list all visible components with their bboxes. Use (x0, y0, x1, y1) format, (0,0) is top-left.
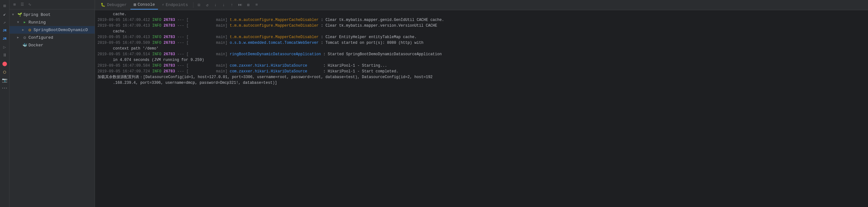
toolbar-icon-pause[interactable]: ⏸ (2, 52, 8, 58)
toolbar-btn-layout[interactable]: ⊡ (195, 1, 203, 9)
log-pid: 26783 (164, 23, 175, 29)
log-logger: t.m.m.autoconfigure.MapperCacheDisabler (230, 23, 319, 29)
spring-icon: 🌱 (17, 12, 22, 17)
log-pid: 26783 (164, 51, 175, 57)
main-content: 🐛 Debugger ▤ Console ⚡ Endpoints ⊡ ↺ ↓ ↓… (95, 0, 868, 207)
chinese-text-1: 加载其余数据源配置列表：[DatasourceConfig(id=1, host… (97, 74, 433, 80)
log-line-cache2: cache. (97, 29, 865, 34)
run-icon: ▶ (22, 20, 27, 25)
log-pid: 26783 (164, 40, 175, 46)
tree-label-configured: Configured (29, 35, 53, 40)
tree-item-app[interactable]: ▶ ⚙ SpringBootDemoDynamicD (9, 26, 95, 34)
log-level: INFO (152, 34, 164, 40)
toolbar-icon-more[interactable]: ••• (2, 85, 8, 92)
toolbar-btn-refresh[interactable]: ↺ (204, 1, 211, 9)
side-panel-toolbar: ⊞ ☰ ∿ (9, 0, 95, 9)
log-msg: : HikariPool-1 - Start completed. (321, 69, 399, 74)
log-separator: --- [ (175, 63, 189, 69)
log-level: INFO (152, 51, 164, 57)
toolbar-icon-run[interactable]: ▷ (2, 44, 8, 50)
log-line-5: 2019-09-05 16:47:09.514 INFO 26783 --- [… (97, 51, 865, 57)
log-level: INFO (152, 69, 164, 74)
side-toolbar-icon-menu[interactable]: ☰ (19, 2, 25, 8)
toolbar-icon-arrow-in[interactable]: ↙ (2, 11, 8, 17)
toolbar-btn-lines[interactable]: ≡ (253, 1, 260, 9)
tree-label-docker: Docker (29, 43, 43, 48)
log-line-context-path: context path '/demo' (97, 46, 865, 51)
log-separator: --- [ (175, 69, 189, 74)
log-line-seconds: in 4.074 seconds (JVM running for 9.259) (97, 57, 865, 63)
log-line-cache1: cache. (97, 11, 865, 17)
log-logger: t.m.m.autoconfigure.MapperCacheDisabler (230, 34, 319, 40)
log-pid: 26783 (164, 17, 175, 23)
toolbar-separator (193, 2, 193, 8)
log-line-7: 2019-09-05 16:47:09.724 INFO 26783 --- [… (97, 69, 865, 74)
toolbar-btn-skip[interactable]: ⏭ (237, 1, 244, 9)
toolbar-icon-circle[interactable]: ◯ (2, 69, 8, 75)
log-pid: 26783 (164, 63, 175, 69)
tab-console[interactable]: ▤ Console (130, 1, 158, 9)
side-toolbar-icon-grid[interactable]: ⊞ (11, 2, 18, 8)
log-msg: : Clear tk.mybatis.mapper.version.Versio… (319, 23, 437, 29)
toolbar-btn-scroll-down2[interactable]: ↓ (220, 1, 227, 9)
log-thread: main] (189, 34, 230, 40)
tree-item-spring-boot[interactable]: ▼ 🌱 Spring Boot (9, 11, 95, 19)
log-line-6: 2019-09-05 16:47:09.584 INFO 26783 --- [… (97, 63, 865, 69)
toolbar-btn-grid[interactable]: ⊞ (245, 1, 252, 9)
tab-debugger-label: Debugger (107, 3, 127, 7)
log-logger: com.zaxxer.hikari.HikariDataSource (230, 63, 321, 69)
toolbar-icon-stop[interactable]: ⬤ (2, 60, 8, 67)
config-icon: ⚙ (22, 35, 27, 40)
tree-label-app: SpringBootDemoDynamicD (34, 28, 88, 32)
log-msg: : Clear tk.mybatis.mapper.genid.GenIdUti… (319, 17, 444, 23)
side-toolbar-icon-wave[interactable]: ∿ (27, 2, 33, 8)
log-level: INFO (152, 17, 164, 23)
toolbar-icon-camera[interactable]: 📷 (2, 77, 8, 83)
log-line-chinese-1: 加载其余数据源配置列表：[DatasourceConfig(id=1, host… (97, 74, 865, 80)
log-thread: main] (189, 23, 230, 29)
console-tab-icon: ▤ (133, 2, 136, 7)
toolbar-icon-jr1[interactable]: JR (2, 27, 8, 34)
log-level: INFO (152, 40, 164, 46)
log-pid: 26783 (164, 34, 175, 40)
side-panel: ⊞ ☰ ∿ ▼ 🌱 Spring Boot ▼ ▶ Running ▶ ⚙ Sp… (9, 0, 95, 207)
log-separator: --- [ (175, 40, 189, 46)
timestamp: 2019-09-05 16:47:09.724 (97, 69, 152, 74)
tab-endpoints-label: Endpoints (166, 3, 188, 7)
tree-item-configured[interactable]: ▶ ⚙ Configured (9, 34, 95, 41)
log-msg: : Clear EntityHelper entityTableMap cach… (319, 34, 417, 40)
app-icon: ⚙ (27, 27, 32, 32)
log-logger: com.zaxxer.hikari.HikariDataSource (230, 69, 321, 74)
log-msg: : Tomcat started on port(s): 8080 (http)… (319, 40, 424, 46)
console-output[interactable]: cache. 2019-09-05 16:47:09.412 INFO 2678… (95, 10, 868, 207)
log-logger: o.s.b.w.embedded.tomcat.TomcatWebServer (230, 40, 319, 46)
log-pid: 26783 (164, 69, 175, 74)
log-separator: --- [ (175, 17, 189, 23)
timestamp: 2019-09-05 16:47:09.514 (97, 51, 152, 57)
tab-debugger[interactable]: 🐛 Debugger (97, 1, 130, 9)
tree-item-docker[interactable]: 🐳 Docker (9, 41, 95, 49)
timestamp: 2019-09-05 16:47:09.413 (97, 23, 152, 29)
tree-item-running[interactable]: ▼ ▶ Running (9, 19, 95, 26)
chevron-down-icon: ▼ (17, 21, 21, 24)
log-line-1: 2019-09-05 16:47:09.412 INFO 26783 --- [… (97, 17, 865, 23)
toolbar-icon-layout[interactable]: ⊞ (2, 3, 8, 9)
toolbar-icon-jr2[interactable]: JR (2, 35, 8, 42)
log-level: INFO (152, 23, 164, 29)
toolbar-icon-arrow-out[interactable]: ↗ (2, 19, 8, 25)
tree-label-spring-boot: Spring Boot (24, 12, 51, 17)
log-line-chinese-2: .168.239.4, port=3306, username=dmcp, pa… (97, 80, 865, 86)
log-separator: --- [ (175, 51, 189, 57)
chevron-right-icon: ▶ (17, 35, 21, 40)
log-thread: main] (189, 63, 230, 69)
docker-icon: 🐳 (22, 43, 27, 48)
log-separator: --- [ (175, 23, 189, 29)
tab-endpoints[interactable]: ⚡ Endpoints (159, 1, 191, 9)
log-thread: main] (189, 40, 230, 46)
chevron-right-icon: ▶ (22, 28, 26, 32)
toolbar-btn-scroll-down1[interactable]: ↓ (212, 1, 219, 9)
toolbar-btn-scroll-up[interactable]: ↑ (228, 1, 236, 9)
log-msg: : Started SpringBootDemoDynamicDatasourc… (321, 51, 442, 57)
top-toolbar: 🐛 Debugger ▤ Console ⚡ Endpoints ⊡ ↺ ↓ ↓… (95, 0, 868, 10)
log-thread: main] (189, 17, 230, 23)
